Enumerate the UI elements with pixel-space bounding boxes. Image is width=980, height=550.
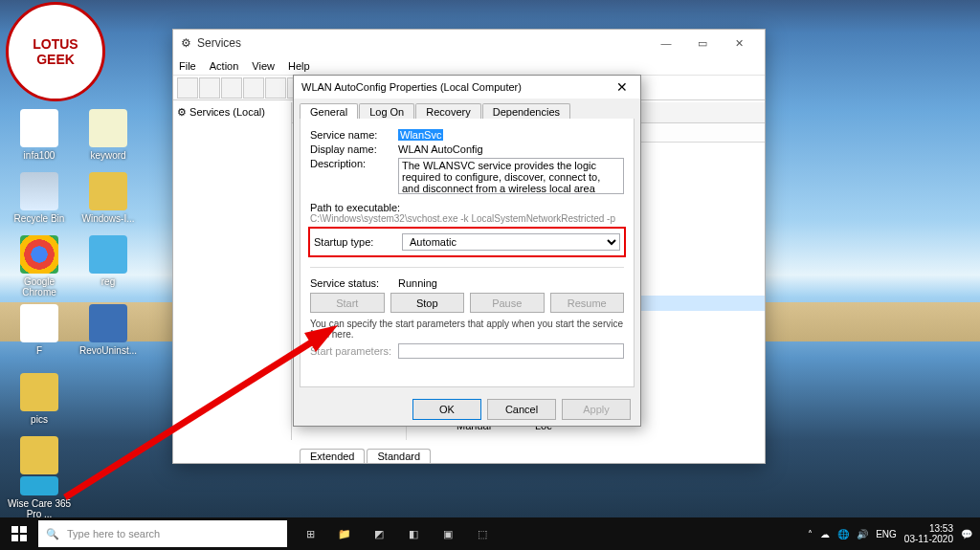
- start-button: Start: [310, 293, 385, 313]
- dialog-titlebar[interactable]: WLAN AutoConfig Properties (Local Comput…: [294, 76, 640, 99]
- svg-rect-5: [20, 535, 27, 541]
- ok-button[interactable]: OK: [412, 399, 481, 420]
- label-display-name: Display name:: [310, 143, 398, 155]
- services-titlebar[interactable]: ⚙ Services — ▭ ✕: [173, 30, 765, 56]
- desktop-icon-wisecare[interactable]: Wise Care 365 Pro ...: [6, 476, 73, 519]
- close-button[interactable]: ✕: [721, 32, 757, 55]
- toolbar-back-icon[interactable]: [177, 77, 198, 99]
- toolbar-refresh-icon[interactable]: [243, 77, 264, 99]
- taskbar-app-icon[interactable]: ▣: [431, 517, 465, 550]
- resume-button: Resume: [550, 293, 625, 313]
- tray-up-icon[interactable]: ˄: [808, 529, 813, 539]
- desktop-icon[interactable]: infa100: [6, 109, 73, 161]
- tab-general[interactable]: General: [300, 103, 358, 120]
- taskbar: 🔍 Type here to search ⊞ 📁 ◩ ◧ ▣ ⬚ ˄ ☁ 🌐 …: [0, 517, 980, 550]
- menu-file[interactable]: File: [179, 60, 196, 72]
- label-service-name: Service name:: [310, 129, 398, 141]
- tab-standard[interactable]: Standard: [367, 449, 431, 463]
- tab-recovery[interactable]: Recovery: [415, 103, 480, 120]
- cancel-button[interactable]: Cancel: [487, 399, 556, 420]
- menu-action[interactable]: Action: [210, 60, 239, 72]
- tray-network-icon[interactable]: 🌐: [837, 529, 849, 539]
- tray-onedrive-icon[interactable]: ☁: [820, 529, 830, 539]
- path-value: C:\Windows\system32\svchost.exe -k Local…: [310, 213, 624, 224]
- apply-button: Apply: [562, 399, 631, 420]
- label-path: Path to executable:: [310, 202, 624, 213]
- label-service-status: Service status:: [310, 277, 398, 289]
- task-view-icon[interactable]: ⊞: [293, 517, 327, 550]
- startup-type-highlight: Startup type: Automatic: [308, 227, 626, 257]
- desktop-icon[interactable]: keyword: [75, 109, 142, 161]
- tray-volume-icon[interactable]: 🔊: [857, 529, 868, 539]
- display-name-value: WLAN AutoConfig: [398, 143, 624, 155]
- taskbar-app-icon[interactable]: ◩: [362, 517, 396, 550]
- desktop-icon-chrome[interactable]: Google Chrome: [6, 235, 73, 297]
- tree-panel[interactable]: ⚙ Services (Local): [173, 102, 292, 440]
- search-icon: 🔍: [46, 528, 59, 540]
- tab-dependencies[interactable]: Dependencies: [482, 103, 570, 120]
- menu-help[interactable]: Help: [288, 60, 310, 72]
- menu-view[interactable]: View: [252, 60, 275, 72]
- dialog-title: WLAN AutoConfig Properties (Local Comput…: [301, 81, 522, 93]
- taskbar-explorer-icon[interactable]: 📁: [327, 517, 362, 550]
- toolbar-export-icon[interactable]: [265, 77, 286, 99]
- menu-bar: File Action View Help: [173, 56, 765, 76]
- clock[interactable]: 13:5303-11-2020: [904, 523, 953, 544]
- minimize-button[interactable]: —: [648, 32, 684, 55]
- window-title: Services: [197, 36, 241, 50]
- properties-dialog: WLAN AutoConfig Properties (Local Comput…: [293, 75, 641, 427]
- maximize-button[interactable]: ▭: [684, 32, 721, 55]
- svg-rect-4: [11, 535, 18, 541]
- taskbar-app-icon[interactable]: ⬚: [465, 517, 500, 550]
- start-params-note: You can specify the start parameters tha…: [310, 319, 624, 340]
- desktop-icon-recycle-bin[interactable]: Recycle Bin: [6, 172, 73, 224]
- tray-notifications-icon[interactable]: 💬: [961, 529, 972, 539]
- label-start-params: Start parameters:: [310, 345, 398, 357]
- stop-button[interactable]: Stop: [390, 293, 465, 313]
- lotus-geek-logo: LOTUSGEEK: [6, 2, 105, 101]
- windows-icon: [11, 526, 27, 541]
- service-status-value: Running: [398, 277, 624, 289]
- taskbar-app-icon[interactable]: ◧: [396, 517, 431, 550]
- start-params-input: [398, 343, 624, 359]
- description-textarea[interactable]: The WLANSVC service provides the logic r…: [398, 158, 624, 194]
- desktop-icon[interactable]: pics: [6, 373, 73, 425]
- search-box[interactable]: 🔍 Type here to search: [38, 520, 287, 547]
- toolbar-forward-icon[interactable]: [199, 77, 220, 99]
- tab-logon[interactable]: Log On: [359, 103, 414, 120]
- svg-rect-2: [11, 526, 18, 533]
- service-name-value[interactable]: WlanSvc: [398, 129, 443, 141]
- tray-lang[interactable]: ENG: [876, 529, 897, 539]
- label-description: Description:: [310, 158, 398, 169]
- start-button[interactable]: [0, 517, 38, 550]
- pause-button: Pause: [470, 293, 545, 313]
- desktop-icon[interactable]: [6, 436, 73, 477]
- label-startup-type: Startup type:: [314, 236, 402, 248]
- gear-icon: ⚙: [181, 36, 191, 50]
- startup-type-select[interactable]: Automatic: [402, 233, 620, 251]
- toolbar-props-icon[interactable]: [221, 77, 242, 99]
- desktop-icon[interactable]: reg: [75, 235, 142, 287]
- tab-extended[interactable]: Extended: [300, 449, 365, 463]
- system-tray: ˄ ☁ 🌐 🔊 ENG 13:5303-11-2020 💬: [808, 523, 980, 544]
- desktop-icon[interactable]: Windows-I...: [75, 172, 142, 224]
- close-icon[interactable]: ✕: [612, 79, 633, 95]
- gear-icon: ⚙: [177, 106, 189, 118]
- desktop-icon[interactable]: F: [6, 304, 73, 356]
- desktop-icon-revo[interactable]: RevoUninst...: [75, 304, 142, 356]
- svg-rect-3: [20, 526, 27, 533]
